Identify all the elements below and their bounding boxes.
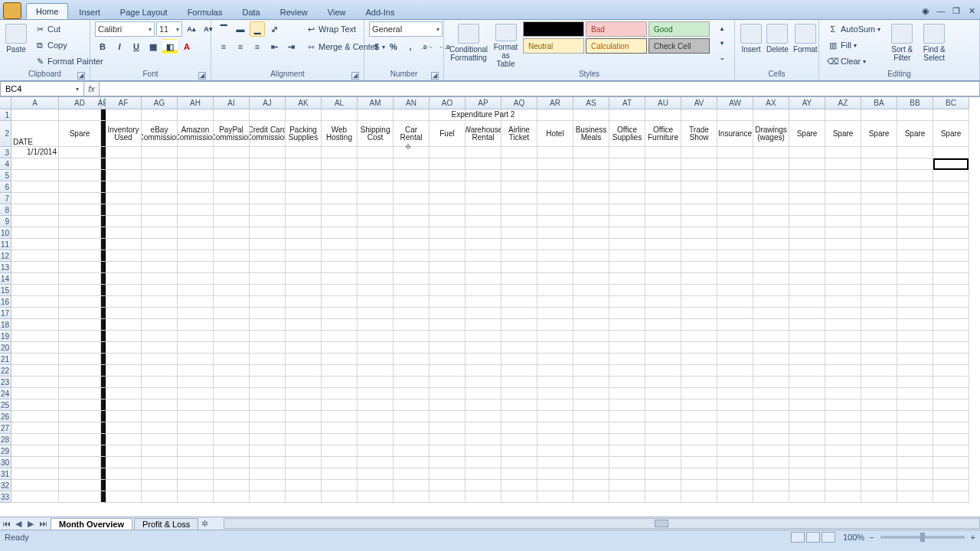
cell[interactable] <box>106 193 142 204</box>
cell[interactable] <box>825 239 861 250</box>
cell[interactable] <box>430 491 466 503</box>
cell[interactable] <box>537 158 573 170</box>
column-header[interactable]: AN <box>394 97 430 109</box>
cell[interactable] <box>717 193 753 204</box>
cell[interactable] <box>609 193 645 204</box>
column-header[interactable]: AI <box>214 97 250 109</box>
column-header[interactable]: AO <box>430 97 466 109</box>
row-header[interactable]: 28 <box>0 434 11 445</box>
cell[interactable] <box>501 434 537 445</box>
column-header[interactable]: BB <box>897 97 933 109</box>
cell[interactable] <box>753 354 789 365</box>
cell[interactable] <box>897 170 933 181</box>
cell[interactable] <box>825 411 861 422</box>
cell[interactable] <box>214 147 250 158</box>
cell[interactable] <box>358 331 394 342</box>
cell[interactable] <box>753 365 789 377</box>
cell[interactable] <box>861 239 897 250</box>
cell[interactable] <box>286 399 322 411</box>
cell[interactable] <box>933 170 969 181</box>
cell[interactable] <box>322 170 358 181</box>
cell[interactable] <box>11 158 59 170</box>
cell[interactable] <box>897 193 933 204</box>
cell[interactable] <box>573 491 609 503</box>
tab-home[interactable]: Home <box>26 3 68 19</box>
cell[interactable] <box>825 491 861 503</box>
cell[interactable] <box>609 365 645 377</box>
row-header[interactable]: 17 <box>0 308 11 319</box>
clear-button[interactable]: ⌫Clear▾ <box>824 54 884 69</box>
cell[interactable] <box>789 158 825 170</box>
cell[interactable] <box>466 354 501 365</box>
cell[interactable] <box>789 250 825 262</box>
cell[interactable] <box>717 109 753 121</box>
tab-view[interactable]: View <box>318 5 355 19</box>
cell[interactable] <box>501 342 537 354</box>
cell[interactable] <box>717 388 753 399</box>
cell[interactable] <box>358 457 394 468</box>
cell[interactable] <box>106 445 142 457</box>
format-as-table-button[interactable]: Format as Table <box>492 21 520 69</box>
cell[interactable] <box>214 181 250 193</box>
cell[interactable] <box>106 296 142 308</box>
cell[interactable] <box>322 388 358 399</box>
cell[interactable] <box>106 457 142 468</box>
cell[interactable] <box>250 388 286 399</box>
cell[interactable] <box>214 445 250 457</box>
cell[interactable] <box>178 158 214 170</box>
cell[interactable] <box>501 377 537 388</box>
cell[interactable] <box>358 434 394 445</box>
cell[interactable] <box>537 216 573 227</box>
cell[interactable] <box>430 273 466 285</box>
cell[interactable]: Spare <box>789 121 825 147</box>
cell[interactable] <box>681 388 717 399</box>
cell[interactable] <box>573 388 609 399</box>
cell[interactable] <box>753 457 789 468</box>
row-header[interactable]: 9 <box>0 216 11 227</box>
name-box[interactable]: BC4▾ <box>0 81 84 96</box>
cell[interactable] <box>430 342 466 354</box>
cell[interactable] <box>789 342 825 354</box>
cell[interactable] <box>178 377 214 388</box>
styles-row-up[interactable]: ▴ <box>714 21 730 35</box>
cell[interactable] <box>825 181 861 193</box>
cell[interactable] <box>609 422 645 434</box>
cell[interactable] <box>178 239 214 250</box>
cell[interactable] <box>609 491 645 503</box>
cell[interactable] <box>537 411 573 422</box>
cell[interactable] <box>501 193 537 204</box>
cell[interactable] <box>214 319 250 331</box>
cell[interactable] <box>861 158 897 170</box>
cell[interactable] <box>501 399 537 411</box>
insert-cells-button[interactable]: Insert <box>740 21 763 69</box>
cell[interactable] <box>430 434 466 445</box>
cell[interactable] <box>466 170 501 181</box>
cell[interactable] <box>250 109 286 121</box>
cell[interactable] <box>753 239 789 250</box>
cell[interactable] <box>933 445 969 457</box>
row-header[interactable]: 14 <box>0 273 11 285</box>
cell[interactable] <box>142 193 178 204</box>
cell[interactable] <box>394 250 430 262</box>
cell[interactable] <box>681 285 717 296</box>
cell[interactable]: DATE <box>11 121 59 147</box>
cell[interactable] <box>573 158 609 170</box>
cell[interactable] <box>753 377 789 388</box>
cell[interactable] <box>573 262 609 273</box>
cell[interactable] <box>573 480 609 491</box>
font-color-button[interactable]: A <box>179 39 194 54</box>
sheet-nav-prev[interactable]: ◀ <box>12 519 24 529</box>
cell[interactable] <box>430 331 466 342</box>
minimize-icon[interactable]: — <box>936 6 946 17</box>
column-header[interactable]: AK <box>286 97 322 109</box>
cell[interactable] <box>286 365 322 377</box>
cell[interactable]: Insurance <box>717 121 753 147</box>
cell[interactable] <box>897 388 933 399</box>
cell[interactable] <box>142 377 178 388</box>
cell[interactable] <box>178 216 214 227</box>
cell[interactable] <box>501 411 537 422</box>
cell[interactable]: eBay Commission <box>142 121 178 147</box>
cell[interactable] <box>645 170 681 181</box>
cell[interactable] <box>609 109 645 121</box>
cell[interactable] <box>933 147 969 158</box>
